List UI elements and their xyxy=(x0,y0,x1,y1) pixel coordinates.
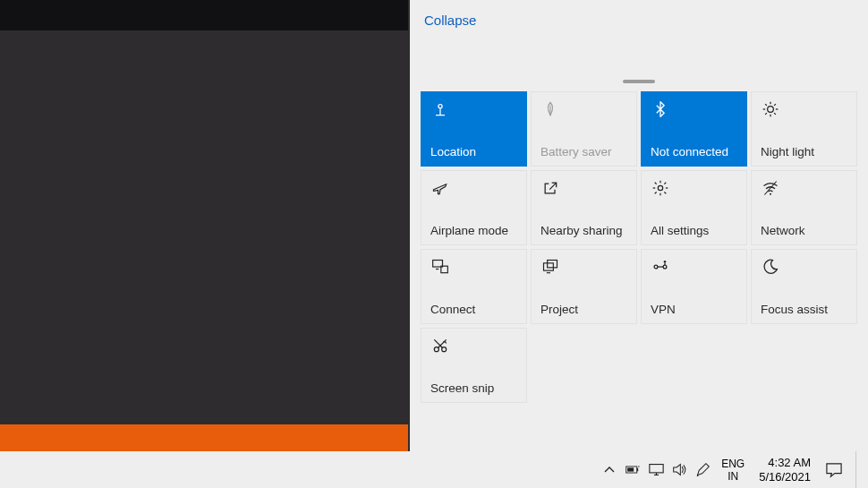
tile-location[interactable]: Location xyxy=(421,91,527,167)
tile-nearby-sharing[interactable]: Nearby sharing xyxy=(531,170,637,245)
tile-label: Airplane mode xyxy=(430,224,517,237)
tile-label: Screen snip xyxy=(430,381,517,395)
tile-label: All settings xyxy=(651,224,737,237)
svg-rect-38 xyxy=(636,468,637,472)
window-titlebar-dark xyxy=(0,0,408,30)
svg-point-31 xyxy=(664,261,667,263)
connect-icon xyxy=(430,257,450,277)
gear-icon xyxy=(651,178,670,198)
taskbar: ENG IN 4:32 AM 5/16/2021 xyxy=(0,451,868,488)
tile-connect[interactable]: Connect xyxy=(421,249,527,324)
project-icon xyxy=(540,257,560,277)
svg-line-8 xyxy=(774,113,776,115)
desktop-area xyxy=(0,0,410,451)
action-center-button[interactable] xyxy=(820,456,848,484)
tile-label: Focus assist xyxy=(761,303,847,316)
drag-handle-area[interactable] xyxy=(410,72,868,91)
tile-screen-snip[interactable]: Screen snip xyxy=(421,328,527,403)
tile-label: Night light xyxy=(761,145,847,158)
tile-label: Project xyxy=(540,303,627,316)
tile-label: VPN xyxy=(651,303,737,316)
location-icon xyxy=(430,99,450,119)
tile-network[interactable]: Network xyxy=(751,170,857,245)
collapse-link[interactable]: Collapse xyxy=(424,13,476,28)
svg-rect-25 xyxy=(544,263,554,270)
chevron-up-icon xyxy=(604,465,615,475)
svg-line-10 xyxy=(774,104,776,106)
leaf-icon xyxy=(540,99,560,119)
tile-vpn[interactable]: VPN xyxy=(641,249,747,324)
svg-line-7 xyxy=(765,104,767,106)
battery-tray-icon[interactable] xyxy=(623,457,642,484)
snip-icon xyxy=(430,336,450,355)
share-icon xyxy=(540,178,560,198)
notification-icon xyxy=(825,462,843,478)
svg-point-20 xyxy=(770,193,771,195)
svg-point-29 xyxy=(663,265,667,269)
date-label: 5/16/2021 xyxy=(759,470,811,484)
tile-all-settings[interactable]: All settings xyxy=(641,170,747,245)
tile-project[interactable]: Project xyxy=(531,249,637,324)
quick-action-grid: LocationBattery saverNot connectedNight … xyxy=(410,91,868,403)
volume-tray-icon[interactable] xyxy=(669,457,689,484)
action-center-panel: Collapse LocationBattery saverNot connec… xyxy=(410,0,868,451)
svg-rect-26 xyxy=(548,261,557,268)
tray-overflow-button[interactable] xyxy=(600,457,619,484)
wifi-icon xyxy=(761,178,780,198)
system-tray: ENG IN 4:32 AM 5/16/2021 xyxy=(600,451,863,488)
svg-line-36 xyxy=(434,339,442,347)
language-secondary-label: IN xyxy=(728,470,738,483)
show-desktop-button[interactable] xyxy=(855,451,863,488)
svg-line-18 xyxy=(655,192,657,193)
svg-line-35 xyxy=(438,339,447,347)
svg-rect-40 xyxy=(649,465,662,473)
svg-line-9 xyxy=(765,113,767,115)
tile-label: Nearby sharing xyxy=(540,224,627,237)
language-indicator[interactable]: ENG IN xyxy=(721,458,745,483)
tile-label: Network xyxy=(761,224,847,237)
svg-line-17 xyxy=(664,192,666,193)
tile-night-light[interactable]: Night light xyxy=(751,91,857,167)
vpn-icon xyxy=(651,257,670,277)
time-label: 4:32 AM xyxy=(768,456,811,470)
window-accent-strip xyxy=(0,424,408,451)
svg-point-28 xyxy=(654,265,658,269)
moon-icon xyxy=(761,257,780,277)
tile-focus-assist[interactable]: Focus assist xyxy=(751,249,857,324)
svg-point-2 xyxy=(768,107,774,113)
action-center-header: Collapse xyxy=(410,0,868,72)
airplane-icon xyxy=(430,178,450,198)
tile-label: Location xyxy=(430,145,517,158)
tile-label: Battery saver xyxy=(540,145,627,158)
svg-line-19 xyxy=(664,183,666,184)
display-tray-icon[interactable] xyxy=(646,457,666,484)
drag-handle-icon xyxy=(623,80,655,83)
tile-label: Not connected xyxy=(651,145,737,158)
svg-point-0 xyxy=(438,105,442,108)
svg-point-11 xyxy=(658,185,662,190)
tile-airplane-mode[interactable]: Airplane mode xyxy=(421,170,527,245)
tile-battery-saver[interactable]: Battery saver xyxy=(531,91,637,167)
language-primary-label: ENG xyxy=(721,458,745,470)
sun-icon xyxy=(761,99,780,119)
tile-bluetooth[interactable]: Not connected xyxy=(641,91,747,167)
bluetooth-icon xyxy=(651,99,670,119)
svg-line-16 xyxy=(655,183,657,184)
svg-rect-39 xyxy=(627,467,634,471)
tile-label: Connect xyxy=(430,303,517,316)
clock[interactable]: 4:32 AM 5/16/2021 xyxy=(759,456,811,484)
pen-tray-icon[interactable] xyxy=(693,457,712,484)
